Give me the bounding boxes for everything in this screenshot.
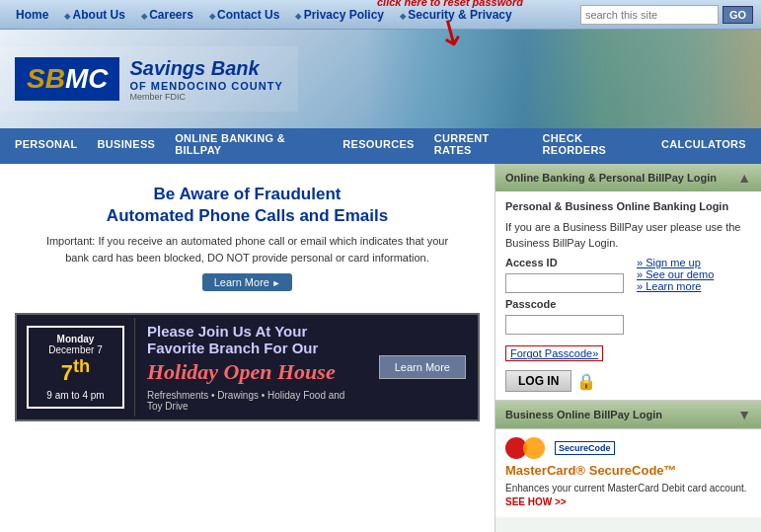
- nav-business[interactable]: BUSINESS: [88, 128, 166, 160]
- online-banking-header-label: Online Banking & Personal BillPay Login: [505, 172, 717, 184]
- online-banking-body: Personal & Business Online Banking Login…: [495, 191, 761, 400]
- sidebar: click here to reset password ↘ Online Ba…: [495, 164, 761, 532]
- passcode-input[interactable]: [505, 315, 624, 335]
- securecode-logo: SecureCode: [555, 441, 615, 455]
- search-input[interactable]: [580, 5, 719, 25]
- holiday-box: Monday December 7 7th 9 am to 4 pm Pleas…: [15, 313, 480, 421]
- nav-calculators[interactable]: CALCULATORS: [651, 128, 756, 160]
- access-id-label: Access ID: [505, 257, 574, 268]
- holiday-learn-more-button[interactable]: Learn More: [379, 355, 466, 379]
- online-banking-section: Online Banking & Personal BillPay Login …: [495, 164, 761, 401]
- business-billpay-section: Business Online BillPay Login ▼: [495, 401, 761, 429]
- see-demo-link[interactable]: » See our demo: [637, 268, 714, 280]
- nav-home[interactable]: Home: [8, 8, 56, 22]
- login-button[interactable]: LOG IN: [505, 370, 571, 392]
- header-background: [366, 30, 761, 128]
- holiday-btn-area: Learn More: [367, 347, 478, 387]
- content-area: Be Aware of Fraudulent Automated Phone C…: [0, 164, 761, 532]
- holiday-hours: 9 am to 4 pm: [37, 390, 114, 401]
- access-id-input[interactable]: [505, 273, 624, 293]
- passcode-input-row: [505, 315, 624, 335]
- mc-yellow-circle: [523, 437, 545, 459]
- nav-careers[interactable]: Careers: [133, 8, 201, 22]
- holiday-date-box: Monday December 7 7th 9 am to 4 pm: [17, 318, 135, 417]
- collapse-icon[interactable]: ▲: [737, 170, 751, 186]
- sign-up-link[interactable]: » Sign me up: [637, 257, 714, 268]
- mastercard-title: MasterCard® SecureCode™: [505, 463, 751, 478]
- bank-name: Savings Bank OF MENDOCINO COUNTY Member …: [129, 56, 282, 102]
- sbmc-logo: SBMC: [15, 57, 119, 101]
- alert-box: Be Aware of Fraudulent Automated Phone C…: [15, 174, 480, 301]
- nav-privacy[interactable]: Privacy Policy: [287, 8, 392, 22]
- alert-text: Important: If you receive an automated p…: [35, 233, 460, 266]
- holiday-details: Refreshments • Drawings • Holiday Food a…: [147, 390, 355, 412]
- holiday-sub-title: Holiday Open House: [147, 359, 355, 385]
- passcode-row: Passcode: [505, 298, 624, 310]
- business-collapse-icon[interactable]: ▼: [737, 407, 751, 422]
- holiday-main-title: Please Join Us At Your Favorite Branch F…: [147, 323, 355, 356]
- logo-area: SBMC Savings Bank OF MENDOCINO COUNTY Me…: [0, 46, 298, 112]
- header-banner: SBMC Savings Bank OF MENDOCINO COUNTY Me…: [0, 30, 761, 128]
- search-area: GO: [580, 5, 753, 25]
- nav-current-rates[interactable]: CURRENT RATES: [424, 128, 533, 160]
- see-how-link[interactable]: SEE HOW >>: [505, 496, 567, 507]
- bank-name-main: Savings Bank: [129, 56, 282, 80]
- alert-title: Be Aware of Fraudulent Automated Phone C…: [35, 184, 460, 227]
- bank-name-sub: OF MENDOCINO COUNTY: [129, 80, 282, 92]
- login-title: Personal & Business Online Banking Login: [505, 199, 751, 214]
- forgot-passcode-link[interactable]: Forgot Passcode»: [505, 345, 603, 361]
- top-nav-links: Home About Us Careers Contact Us Privacy…: [8, 8, 580, 22]
- holiday-day: Monday: [37, 334, 114, 344]
- business-billpay-label: Business Online BillPay Login: [505, 409, 662, 420]
- nav-personal[interactable]: PERSONAL: [5, 128, 88, 160]
- access-id-input-row: [505, 273, 624, 293]
- online-banking-header: Online Banking & Personal BillPay Login …: [495, 164, 761, 191]
- passcode-label: Passcode: [505, 298, 574, 310]
- main-content: Be Aware of Fraudulent Automated Phone C…: [0, 164, 495, 532]
- nav-resources[interactable]: RESOURCES: [333, 128, 423, 160]
- nav-check-reorders[interactable]: CHECK REORDERS: [533, 128, 651, 160]
- business-billpay-header: Business Online BillPay Login ▼: [495, 401, 761, 428]
- sidebar-links: » Sign me up » See our demo » Learn more: [637, 257, 714, 292]
- mc-logos: SecureCode: [505, 437, 751, 459]
- holiday-date-inner: Monday December 7 7th 9 am to 4 pm: [27, 326, 124, 409]
- search-button[interactable]: GO: [723, 6, 753, 24]
- learn-more-button[interactable]: Learn More: [202, 273, 293, 291]
- nav-contact[interactable]: Contact Us: [201, 8, 288, 22]
- mastercard-text: Enhances your current MasterCard Debit c…: [505, 482, 751, 509]
- holiday-text-area: Please Join Us At Your Favorite Branch F…: [135, 315, 367, 419]
- lock-icon: 🔒: [576, 372, 596, 391]
- fdic-label: Member FDIC: [129, 92, 282, 102]
- nav-online-banking[interactable]: ONLINE BANKING & BILLPAY: [165, 128, 333, 160]
- holiday-month: December 7: [37, 344, 114, 355]
- learn-more-link[interactable]: » Learn more: [637, 280, 714, 292]
- mastercard-section: SecureCode MasterCard® SecureCode™ Enhan…: [495, 429, 761, 517]
- login-body-text: If you are a Business BillPay user pleas…: [505, 220, 751, 251]
- nav-about[interactable]: About Us: [56, 8, 133, 22]
- main-nav: PERSONAL BUSINESS ONLINE BANKING & BILLP…: [0, 128, 761, 160]
- holiday-date-num: 7th: [37, 355, 114, 386]
- access-id-row: Access ID: [505, 257, 624, 268]
